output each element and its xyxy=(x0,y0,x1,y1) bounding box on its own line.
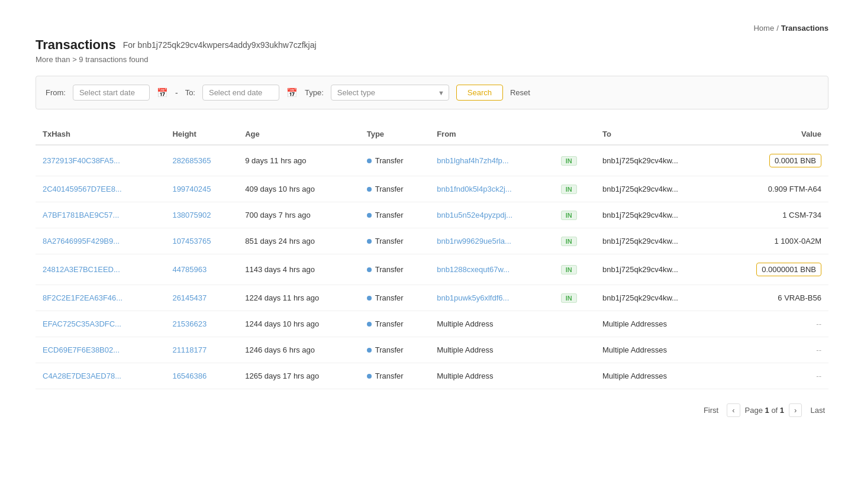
col-to: To xyxy=(595,124,719,145)
total-pages: 1 xyxy=(780,406,784,415)
cell-value: -- xyxy=(719,363,828,389)
height-link[interactable]: 26145437 xyxy=(172,293,207,302)
cell-from: bnb1288cxequt67w... xyxy=(430,254,554,285)
col-value: Value xyxy=(719,124,828,145)
reset-button[interactable]: Reset xyxy=(510,85,530,100)
first-page-button[interactable]: First xyxy=(700,403,722,417)
cell-height: 26145437 xyxy=(165,285,238,311)
breadcrumb-home[interactable]: Home xyxy=(753,24,774,33)
transfer-dot-icon xyxy=(367,296,372,301)
height-link[interactable]: 21118177 xyxy=(172,345,207,354)
cell-age: 700 days 7 hrs ago xyxy=(238,202,360,228)
txhash-link[interactable]: 8F2C2E1F2EA63F46... xyxy=(43,293,122,302)
height-link[interactable]: 21536623 xyxy=(172,319,207,328)
type-select[interactable]: Select type Transfer xyxy=(331,85,449,101)
highlighted-value: 0.0000001 BNB xyxy=(756,263,821,276)
cell-txhash: 8F2C2E1F2EA63F46... xyxy=(36,285,165,311)
col-type: Type xyxy=(360,124,430,145)
transfer-dot-icon xyxy=(367,348,372,353)
type-label: Transfer xyxy=(375,211,404,219)
height-link[interactable]: 138075902 xyxy=(172,211,211,219)
last-page-button[interactable]: Last xyxy=(807,403,828,417)
cell-direction xyxy=(554,363,595,389)
txhash-link[interactable]: 2C401459567D7EE8... xyxy=(43,185,122,193)
to-date-input[interactable]: Select end date xyxy=(202,85,279,101)
from-link[interactable]: bnb1288cxequt67w... xyxy=(437,265,510,274)
type-label: Transfer xyxy=(375,371,404,380)
pagination-bar: First ‹ Page 1 of 1 › Last xyxy=(36,403,828,417)
from-link[interactable]: bnb1rw99629ue5rla... xyxy=(437,237,511,245)
txhash-link[interactable]: EFAC725C35A3DFC... xyxy=(43,319,121,328)
direction-badge: IN xyxy=(561,211,577,220)
transfer-dot-icon xyxy=(367,187,372,192)
highlighted-value: 0.0001 BNB xyxy=(769,154,821,167)
direction-badge: IN xyxy=(561,156,577,166)
dash-value: -- xyxy=(816,371,821,380)
transfer-dot-icon xyxy=(367,239,372,244)
from-label: From: xyxy=(46,88,66,97)
current-page: 1 xyxy=(765,406,769,415)
height-link[interactable]: 199740245 xyxy=(172,185,211,193)
breadcrumb-current: Transactions xyxy=(781,24,828,33)
next-page-button[interactable]: › xyxy=(789,403,802,417)
cell-type: Transfer xyxy=(360,311,430,337)
direction-badge: IN xyxy=(561,265,577,274)
type-label: Transfer xyxy=(375,345,404,354)
page-title: Transactions xyxy=(36,37,116,53)
from-link[interactable]: bnb1puwk5y6xlfdf6... xyxy=(437,293,509,302)
col-from: From xyxy=(430,124,554,145)
table-row: EFAC725C35A3DFC...215366231244 days 10 h… xyxy=(36,311,828,337)
cell-height: 138075902 xyxy=(165,202,238,228)
cell-from: bnb1puwk5y6xlfdf6... xyxy=(430,285,554,311)
table-row: 2C401459567D7EE8...199740245409 days 10 … xyxy=(36,176,828,202)
from-calendar-icon[interactable]: 📅 xyxy=(157,88,168,98)
cell-type: Transfer xyxy=(360,337,430,363)
from-link[interactable]: bnb1lghaf4h7zh4fp... xyxy=(437,156,508,165)
transfer-dot-icon xyxy=(367,322,372,327)
page-header: Transactions For bnb1j725qk29cv4kwpers4a… xyxy=(36,37,828,64)
breadcrumb-separator: / xyxy=(776,24,779,33)
col-height: Height xyxy=(165,124,238,145)
cell-age: 851 days 24 hrs ago xyxy=(238,228,360,254)
from-link[interactable]: bnb1u5n52e4pyzpdj... xyxy=(437,211,512,219)
cell-to: bnb1j725qk29cv4kw... xyxy=(595,254,719,285)
cell-value: -- xyxy=(719,311,828,337)
cell-from: bnb1fnd0k5l4p3ck2j... xyxy=(430,176,554,202)
to-label: To: xyxy=(185,88,195,97)
txhash-link[interactable]: 24812A3E7BC1EED... xyxy=(43,265,120,274)
cell-txhash: 2C401459567D7EE8... xyxy=(36,176,165,202)
height-link[interactable]: 16546386 xyxy=(172,371,207,380)
cell-from: bnb1lghaf4h7zh4fp... xyxy=(430,145,554,176)
search-button[interactable]: Search xyxy=(456,85,503,101)
to-calendar-icon[interactable]: 📅 xyxy=(286,88,298,98)
cell-to: Multiple Addresses xyxy=(595,311,719,337)
cell-from: bnb1u5n52e4pyzpdj... xyxy=(430,202,554,228)
prev-page-button[interactable]: ‹ xyxy=(727,403,740,417)
table-header-row: TxHash Height Age Type From To Value xyxy=(36,124,828,145)
cell-txhash: 2372913F40C38FA5... xyxy=(36,145,165,176)
height-link[interactable]: 282685365 xyxy=(172,156,211,165)
cell-txhash: 24812A3E7BC1EED... xyxy=(36,254,165,285)
txhash-link[interactable]: C4A28E7DE3AED78... xyxy=(43,371,121,380)
cell-height: 16546386 xyxy=(165,363,238,389)
table-row: 24812A3E7BC1EED...447859631143 days 4 hr… xyxy=(36,254,828,285)
txhash-link[interactable]: 2372913F40C38FA5... xyxy=(43,156,120,165)
of-label: of xyxy=(771,406,779,415)
height-link[interactable]: 44785963 xyxy=(172,265,207,274)
page-subtitle: For bnb1j725qk29cv4kwpers4addy9x93ukhw7c… xyxy=(123,40,317,50)
txhash-link[interactable]: A7BF1781BAE9C57... xyxy=(43,211,119,219)
plain-value: 1 CSM-734 xyxy=(782,211,821,219)
cell-direction xyxy=(554,311,595,337)
table-row: 2372913F40C38FA5...2826853659 days 11 hr… xyxy=(36,145,828,176)
from-date-input[interactable]: Select start date xyxy=(73,85,150,101)
cell-age: 1224 days 11 hrs ago xyxy=(238,285,360,311)
from-link[interactable]: bnb1fnd0k5l4p3ck2j... xyxy=(437,185,511,193)
transactions-table-wrapper: TxHash Height Age Type From To Value 237… xyxy=(36,124,828,389)
direction-badge: IN xyxy=(561,237,577,246)
filter-bar: From: Select start date 📅 - To: Select e… xyxy=(36,76,828,109)
table-row: 8A27646995F429B9...107453765851 days 24 … xyxy=(36,228,828,254)
cell-age: 1265 days 17 hrs ago xyxy=(238,363,360,389)
txhash-link[interactable]: 8A27646995F429B9... xyxy=(43,237,120,245)
txhash-link[interactable]: ECD69E7F6E38B02... xyxy=(43,345,120,354)
height-link[interactable]: 107453765 xyxy=(172,237,211,245)
